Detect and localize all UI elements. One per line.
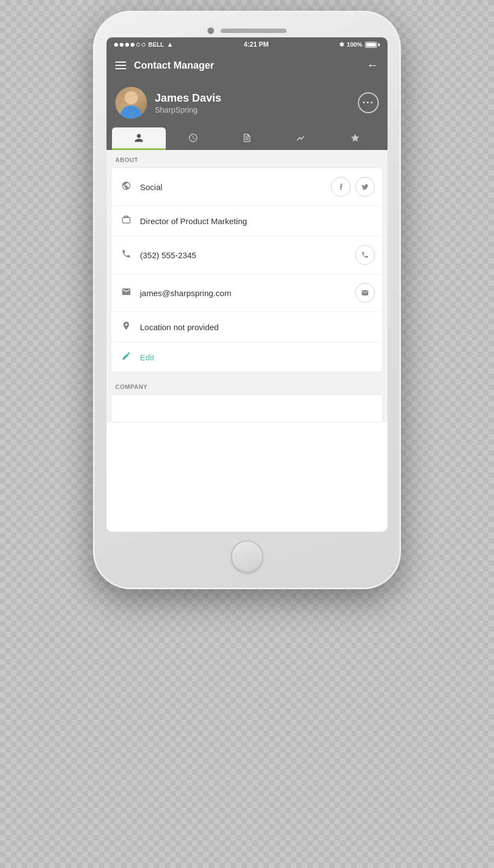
signal-dot-5 (136, 43, 140, 47)
email-icon (119, 287, 133, 299)
signal-dot-6 (142, 43, 145, 47)
bluetooth-icon: ✱ (339, 41, 344, 48)
phone-row: (352) 555-2345 (111, 236, 383, 274)
phone-bottom (106, 541, 388, 572)
chart-icon (296, 133, 306, 146)
status-time: 4:21 PM (244, 41, 268, 48)
edit-icon (119, 351, 133, 363)
status-right: ✱ 100% (339, 41, 380, 48)
signal-dot-2 (120, 43, 124, 47)
tab-bar (106, 127, 388, 150)
front-camera (207, 27, 214, 34)
phone-number: (352) 555-2345 (140, 251, 355, 260)
tab-starred[interactable] (328, 127, 382, 150)
signal-dot-3 (125, 43, 129, 47)
speaker-grille (221, 29, 287, 33)
avatar-head (125, 91, 138, 104)
hamburger-line-2 (115, 65, 126, 66)
edit-link[interactable]: Edit (140, 353, 154, 362)
tab-about[interactable] (112, 127, 166, 150)
location-text: Location not provided (140, 322, 375, 332)
call-button[interactable] (355, 245, 375, 265)
phone-top-elements (106, 27, 388, 34)
company-placeholder (119, 404, 375, 413)
social-actions (331, 177, 375, 197)
contact-info: James Davis SharpSpring (115, 87, 221, 119)
status-left: BELL ▲ (114, 41, 173, 48)
briefcase-icon (119, 215, 133, 227)
globe-icon (119, 181, 133, 193)
email-row: james@sharpspring.com (111, 274, 383, 312)
battery-percent: 100% (347, 41, 362, 48)
edit-row[interactable]: Edit (111, 342, 383, 372)
battery-indicator (365, 42, 380, 48)
email-address: james@sharpspring.com (140, 288, 355, 298)
document-icon (242, 133, 252, 146)
phone-frame: BELL ▲ 4:21 PM ✱ 100% (93, 11, 401, 589)
about-card: Social Director of Prod (111, 168, 383, 372)
hamburger-line-3 (115, 68, 126, 69)
contact-name: James Davis (155, 92, 221, 104)
more-options-button[interactable]: ··· (358, 92, 379, 113)
app-header: Contact Manager ← (106, 52, 388, 80)
tab-notes[interactable] (220, 127, 274, 150)
send-email-button[interactable] (355, 283, 375, 303)
tab-analytics[interactable] (274, 127, 328, 150)
status-bar: BELL ▲ 4:21 PM ✱ 100% (106, 37, 388, 52)
back-button[interactable]: ← (367, 58, 379, 73)
phone-icon (119, 249, 133, 261)
hamburger-line-1 (115, 62, 126, 63)
company-card (111, 394, 383, 422)
signal-dot-4 (131, 43, 134, 47)
header-left: Contact Manager (115, 60, 214, 71)
job-title-row: Director of Product Marketing (111, 206, 383, 236)
signal-bars (114, 43, 145, 47)
signal-dot-1 (114, 43, 118, 47)
phone-screen: BELL ▲ 4:21 PM ✱ 100% (106, 37, 388, 532)
phone-actions (355, 245, 375, 265)
company-section-header: COMPANY (106, 377, 388, 394)
location-row: Location not provided (111, 312, 383, 342)
battery-fill (366, 43, 376, 47)
battery-tip (378, 43, 380, 46)
about-section-header: ABOUT (106, 150, 388, 168)
contact-details: James Davis SharpSpring (155, 92, 221, 114)
location-icon (119, 321, 133, 333)
content-area: ABOUT Social (106, 150, 388, 422)
company-row (111, 395, 383, 422)
twitter-button[interactable] (355, 177, 375, 197)
contact-avatar (115, 87, 147, 119)
avatar-body (120, 105, 142, 119)
star-icon (350, 133, 360, 146)
social-row: Social (111, 168, 383, 206)
contact-header: James Davis SharpSpring ··· (106, 80, 388, 127)
person-icon (134, 133, 144, 146)
app-title: Contact Manager (134, 60, 214, 71)
facebook-button[interactable] (331, 177, 351, 197)
wifi-icon: ▲ (167, 41, 173, 48)
avatar-image (115, 87, 147, 119)
menu-button[interactable] (115, 62, 126, 69)
tab-history[interactable] (166, 127, 220, 150)
job-title-text: Director of Product Marketing (140, 216, 375, 226)
clock-icon (188, 133, 198, 146)
carrier-label: BELL (148, 41, 164, 48)
social-label: Social (140, 182, 331, 192)
home-button[interactable] (231, 541, 263, 572)
contact-company: SharpSpring (155, 105, 221, 114)
battery-bar (365, 42, 377, 48)
email-actions (355, 283, 375, 303)
